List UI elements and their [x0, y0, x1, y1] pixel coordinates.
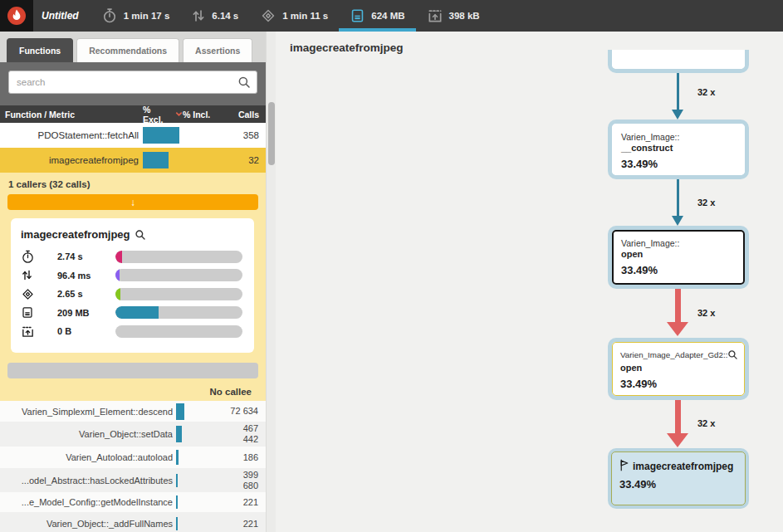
scrollbar-thumb[interactable] — [268, 102, 275, 165]
node-class: Varien_Image:: — [621, 238, 679, 249]
network-icon — [427, 7, 443, 24]
caller-proportion-bar[interactable]: ↓ — [7, 194, 258, 210]
list-item[interactable]: Varien_Object::setData 467442 — [0, 422, 266, 447]
node-percentage: 33.49% — [621, 158, 736, 170]
edge-line — [677, 179, 679, 216]
search-band — [0, 62, 266, 105]
arrow-down-icon: ↓ — [130, 198, 135, 207]
tab-label: Assertions — [195, 46, 240, 56]
callgraph-canvas[interactable]: imagecreatefromjpeg 32 x Varien_Image:: … — [276, 32, 783, 532]
metric-bar — [115, 306, 242, 319]
search-icon — [237, 75, 252, 93]
top-bar: Untitled 1 min 17 s 6.14 s 1 min 11 s 62… — [0, 0, 783, 32]
value: 442 — [214, 434, 258, 445]
excl-bar — [143, 152, 169, 168]
node-method: __construct — [621, 143, 736, 154]
edge-call-count: 32 x — [697, 198, 715, 207]
metric-value: 2.74 s — [42, 251, 115, 261]
memory-icon — [350, 7, 365, 24]
graph-node-varien-image-open[interactable]: Varien_Image:: open 33.49% — [608, 226, 749, 289]
graph-title: imagecreatefromjpeg — [290, 41, 404, 54]
card-metric-wall-time: 2.74 s — [21, 247, 244, 266]
node-percentage: 33.49% — [621, 264, 736, 276]
header-calls[interactable]: Calls — [219, 110, 266, 120]
tab-label: Recommendations — [89, 46, 167, 56]
value: 467 — [214, 423, 258, 434]
metric-bar — [115, 288, 242, 300]
graph-node-parent-partial[interactable] — [608, 50, 749, 73]
edge-line-hot — [675, 400, 681, 433]
sidebar-scrollbar[interactable] — [266, 32, 276, 532]
metric-bar — [115, 269, 242, 281]
excl-bar — [176, 426, 182, 442]
io-arrows-icon — [191, 7, 206, 24]
excl-bar — [176, 517, 178, 530]
function-name: Varien_Simplexml_Element::descend — [0, 407, 176, 417]
metric-value: 6.14 s — [212, 11, 238, 21]
header-excl[interactable]: % Excl. — [143, 105, 183, 124]
cpu-icon — [260, 7, 276, 24]
list-item[interactable]: Varien_Autoload::autoload 186 — [0, 447, 266, 468]
function-name: PDOStatement::fetchAll — [0, 130, 143, 140]
tab-functions[interactable]: Functions — [7, 38, 73, 62]
header-incl[interactable]: % Incl. — [183, 110, 219, 120]
metric-value: 209 MB — [42, 308, 115, 318]
metric-bar — [115, 325, 242, 338]
profile-title: Untitled — [33, 0, 91, 32]
node-method: open — [620, 363, 737, 373]
metric-network[interactable]: 398 kB — [416, 0, 491, 32]
node-percentage: 33.49% — [620, 378, 737, 390]
edge-line-hot — [675, 289, 681, 322]
metric-value: 398 kB — [449, 11, 480, 21]
memory-icon — [21, 305, 42, 320]
function-row-fetchall[interactable]: PDOStatement::fetchAll 358 — [0, 123, 266, 148]
calls-value: 32 — [219, 155, 266, 165]
arrow-down-icon — [672, 110, 683, 120]
value: 186 — [214, 452, 258, 463]
metric-value: 2.65 s — [42, 289, 115, 299]
calls-value: 358 — [219, 130, 266, 140]
value: 680 — [214, 481, 258, 491]
excl-bar — [176, 474, 178, 487]
list-item[interactable]: ...odel_Abstract::hasLockedAttributes 39… — [0, 468, 266, 492]
header-function-metric[interactable]: Function / Metric — [0, 110, 143, 120]
value: 72 634 — [214, 406, 258, 417]
metric-memory[interactable]: 624 MB — [339, 0, 415, 32]
value: 221 — [214, 519, 258, 530]
function-name: Varien_Autoload::autoload — [0, 452, 176, 462]
excl-bar — [143, 127, 179, 144]
magnifier-icon[interactable] — [727, 349, 738, 363]
magnifier-icon[interactable] — [135, 229, 146, 241]
tab-label: Functions — [19, 46, 61, 56]
callers-header: 1 callers (32 calls) — [7, 178, 258, 194]
card-metric-memory: 209 MB — [21, 304, 244, 323]
graph-node-varien-image-construct[interactable]: Varien_Image:: __construct 33.49% — [608, 120, 749, 179]
arrow-down-icon — [667, 433, 688, 447]
list-item[interactable]: Varien_Simplexml_Element::descend 72 634 — [0, 401, 266, 422]
card-metric-cpu-time: 2.65 s — [21, 285, 244, 304]
function-name: ...e_Model_Config::getModelInstance — [0, 497, 176, 507]
function-detail-card: imagecreatefromjpeg 2.74 s 96.4 ms — [11, 218, 254, 353]
graph-node-imagecreatefromjpeg[interactable]: imagecreatefromjpeg 33.49% — [608, 448, 749, 509]
function-row-imagecreatefromjpeg[interactable]: imagecreatefromjpeg 32 — [0, 148, 266, 173]
app-logo[interactable] — [0, 0, 33, 32]
metric-io-wait[interactable]: 6.14 s — [180, 0, 249, 32]
callee-proportion-bar[interactable] — [7, 363, 258, 378]
tab-assertions[interactable]: Assertions — [183, 38, 252, 62]
graph-node-varien-image-adapter-gd2-open[interactable]: Varien_Image_Adapter_Gd2:: open 33.49% — [608, 338, 749, 400]
search-input[interactable] — [8, 71, 257, 94]
metric-cpu-time[interactable]: 1 min 11 s — [249, 0, 339, 32]
metric-bar — [115, 251, 242, 263]
node-class: Varien_Image:: — [621, 132, 679, 143]
metric-value: 1 min 11 s — [282, 11, 328, 21]
flame-logo-icon — [6, 5, 27, 27]
node-percentage: 33.49% — [619, 478, 737, 491]
stopwatch-icon — [21, 250, 42, 264]
network-icon — [21, 325, 42, 339]
detail-card-title: imagecreatefromjpeg — [21, 228, 130, 241]
metric-wall-time[interactable]: 1 min 17 s — [91, 0, 181, 32]
tab-recommendations[interactable]: Recommendations — [76, 38, 179, 62]
list-item[interactable]: Varien_Object::_addFullNames 221 — [0, 512, 266, 532]
list-item[interactable]: ...e_Model_Config::getModelInstance 221 — [0, 492, 266, 512]
no-callee-label: No callee — [7, 378, 258, 397]
